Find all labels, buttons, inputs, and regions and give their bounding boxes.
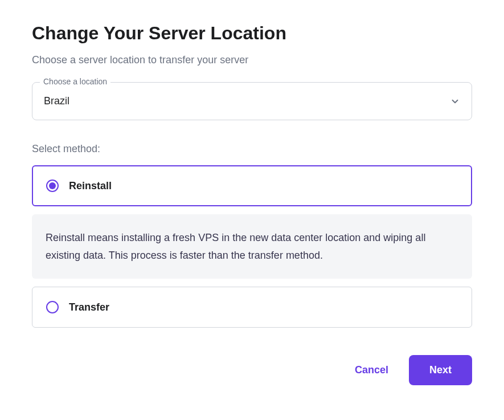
chevron-down-icon <box>450 96 460 107</box>
radio-selected-icon <box>46 180 59 192</box>
next-button[interactable]: Next <box>409 355 472 385</box>
location-select[interactable]: Brazil <box>32 82 472 120</box>
option-reinstall[interactable]: Reinstall <box>32 165 472 206</box>
method-label: Select method: <box>32 143 472 155</box>
location-select-label: Choose a location <box>40 77 110 86</box>
option-reinstall-description-box: Reinstall means installing a fresh VPS i… <box>32 214 472 279</box>
radio-unselected-icon <box>46 301 59 313</box>
footer-actions: Cancel Next <box>32 355 472 385</box>
option-reinstall-title: Reinstall <box>69 180 112 192</box>
option-transfer[interactable]: Transfer <box>32 287 472 328</box>
location-select-value: Brazil <box>44 95 69 107</box>
cancel-button[interactable]: Cancel <box>350 356 393 384</box>
option-reinstall-description: Reinstall means installing a fresh VPS i… <box>46 229 458 264</box>
page-title: Change Your Server Location <box>32 23 472 44</box>
location-select-wrapper: Choose a location Brazil <box>32 82 472 120</box>
option-transfer-title: Transfer <box>69 301 109 313</box>
page-subtitle: Choose a server location to transfer you… <box>32 54 472 66</box>
